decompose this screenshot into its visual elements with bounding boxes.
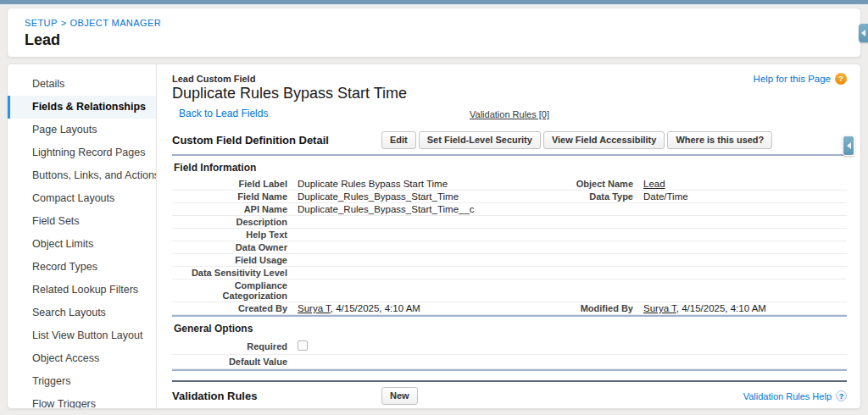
set-field-level-security-button[interactable]: Set Field-Level Security bbox=[419, 131, 541, 149]
field-row-created-modified-by: Created By Surya T, 4/15/2025, 4:10 AM M… bbox=[172, 302, 847, 315]
validation-rules-help-icon[interactable]: ? bbox=[836, 390, 847, 401]
sidebar-item-related-lookup-filters[interactable]: Related Lookup Filters bbox=[8, 279, 156, 302]
object-name-value: Lead bbox=[643, 179, 847, 189]
sidebar-item-compact-layouts[interactable]: Compact Layouts bbox=[8, 187, 156, 210]
object-name-link[interactable]: Lead bbox=[643, 179, 665, 189]
breadcrumb-setup-link[interactable]: SETUP bbox=[25, 18, 58, 28]
required-value bbox=[298, 340, 552, 352]
validation-rules-header: Validation Rules New Validation Rules He… bbox=[172, 382, 847, 408]
where-is-this-used-button[interactable]: Where is this used? bbox=[667, 131, 772, 149]
sidebar-item-search-layouts[interactable]: Search Layouts bbox=[8, 302, 156, 324]
field-row-description: Description bbox=[172, 216, 847, 229]
field-row-field-label: Field Label Duplicate Rules Bypass Start… bbox=[172, 178, 847, 191]
field-row-data-owner: Data Owner bbox=[172, 241, 847, 254]
sidebar-item-lightning-record-pages[interactable]: Lightning Record Pages bbox=[8, 141, 156, 164]
row-label: Field Usage bbox=[172, 255, 298, 265]
sidebar-item-object-limits[interactable]: Object Limits bbox=[8, 233, 156, 256]
sidebar-item-triggers[interactable]: Triggers bbox=[8, 370, 156, 393]
validation-rules-jump-link[interactable]: Validation Rules [0] bbox=[470, 109, 549, 119]
required-row: Required bbox=[172, 339, 847, 355]
new-validation-rule-button[interactable]: New bbox=[381, 387, 418, 405]
sidebar-item-page-layouts[interactable]: Page Layouts bbox=[8, 119, 156, 141]
field-row-field-name: Field Name Duplicate_Rules_Bypass_Start_… bbox=[172, 191, 847, 203]
field-title: Duplicate Rules Bypass Start Time bbox=[172, 85, 847, 102]
row-label: API Name bbox=[172, 204, 298, 214]
field-row-help-text: Help Text bbox=[172, 229, 847, 241]
general-options-table: Required Default Value bbox=[172, 339, 847, 371]
page-help-icon[interactable]: ? bbox=[835, 73, 847, 85]
sidebar-item-fields-relationships[interactable]: Fields & Relationships bbox=[8, 96, 156, 119]
links-row: Back to Lead Fields Validation Rules [0] bbox=[172, 105, 847, 119]
field-name-value: Duplicate_Rules_Bypass_Start_Time bbox=[298, 191, 552, 202]
detail-action-buttons: Edit Set Field-Level Security View Field… bbox=[381, 131, 772, 149]
validation-rules-title: Validation Rules bbox=[172, 390, 381, 402]
field-row-data-sensitivity-level: Data Sensitivity Level bbox=[172, 267, 847, 279]
validation-rules-help-link[interactable]: Validation Rules Help ? bbox=[743, 390, 847, 401]
breadcrumb-object-manager-link[interactable]: OBJECT MANAGER bbox=[70, 18, 161, 28]
edit-button[interactable]: Edit bbox=[381, 131, 416, 149]
row-label: Created By bbox=[172, 303, 298, 313]
content-panel-collapse-tab[interactable] bbox=[843, 136, 854, 156]
object-sidebar: Details Fields & Relationships Page Layo… bbox=[8, 64, 157, 408]
chevron-left-icon bbox=[861, 30, 865, 36]
created-by-value: Surya T, 4/15/2025, 4:10 AM bbox=[298, 303, 552, 313]
sidebar-item-flow-triggers[interactable]: Flow Triggers bbox=[8, 393, 156, 408]
modified-by-user-link[interactable]: Surya T bbox=[643, 303, 676, 313]
general-options-title: General Options bbox=[172, 317, 847, 339]
top-brand-strip bbox=[0, 0, 868, 4]
field-label-value: Duplicate Rules Bypass Start Time bbox=[298, 179, 552, 189]
breadcrumb-separator: > bbox=[61, 18, 67, 28]
row-label: Default Value bbox=[172, 357, 298, 367]
required-checkbox[interactable] bbox=[298, 340, 308, 351]
row-label: Object Name bbox=[552, 179, 643, 189]
row-label: Required bbox=[172, 341, 298, 351]
sidebar-item-record-types[interactable]: Record Types bbox=[8, 256, 156, 279]
view-field-accessibility-button[interactable]: View Field Accessibility bbox=[543, 131, 665, 149]
help-panel-collapse-tab[interactable] bbox=[859, 24, 868, 42]
sidebar-item-details[interactable]: Details bbox=[8, 73, 156, 96]
breadcrumb: SETUP>OBJECT MANAGER bbox=[25, 18, 843, 28]
row-label: Description bbox=[172, 217, 298, 227]
chevron-left-icon bbox=[847, 142, 851, 149]
setup-header-card: SETUP>OBJECT MANAGER Lead bbox=[7, 8, 861, 58]
sidebar-item-object-access[interactable]: Object Access bbox=[8, 347, 156, 370]
created-by-datetime: , 4/15/2025, 4:10 AM bbox=[331, 303, 420, 313]
created-by-user-link[interactable]: Surya T bbox=[298, 303, 331, 313]
row-label: Compliance Categorization bbox=[172, 280, 298, 301]
row-label: Data Sensitivity Level bbox=[172, 268, 298, 278]
custom-field-definition-header: Custom Field Definition Detail Edit Set … bbox=[172, 131, 847, 156]
sidebar-item-field-sets[interactable]: Field Sets bbox=[8, 210, 156, 233]
default-value-row: Default Value bbox=[172, 355, 847, 369]
row-label: Data Owner bbox=[172, 242, 298, 252]
object-manager-panel: Details Fields & Relationships Page Layo… bbox=[7, 64, 861, 409]
field-information-table: Field Label Duplicate Rules Bypass Start… bbox=[172, 178, 847, 317]
sidebar-item-list-view-button-layout[interactable]: List View Button Layout bbox=[8, 324, 156, 347]
detail-section-title: Custom Field Definition Detail bbox=[172, 134, 381, 147]
field-information-title: Field Information bbox=[172, 156, 847, 178]
field-row-field-usage: Field Usage bbox=[172, 254, 847, 267]
help-for-this-page-link[interactable]: Help for this Page ? bbox=[754, 73, 847, 85]
field-detail-content: Help for this Page ? Lead Custom Field D… bbox=[157, 64, 860, 408]
object-title: Lead bbox=[25, 31, 843, 49]
row-label: Field Name bbox=[172, 191, 298, 202]
row-label: Field Label bbox=[172, 179, 298, 189]
entity-type-label: Lead Custom Field bbox=[172, 74, 847, 84]
validation-rules-help-label: Validation Rules Help bbox=[743, 391, 832, 401]
modified-by-value: Surya T, 4/15/2025, 4:10 AM bbox=[643, 303, 847, 313]
sidebar-item-buttons-links-actions[interactable]: Buttons, Links, and Actions bbox=[8, 164, 156, 187]
api-name-value: Duplicate_Rules_Bypass_Start_Time__c bbox=[298, 204, 552, 214]
back-to-lead-fields-link[interactable]: Back to Lead Fields bbox=[179, 108, 268, 119]
row-label: Modified By bbox=[552, 303, 643, 313]
field-row-api-name: API Name Duplicate_Rules_Bypass_Start_Ti… bbox=[172, 203, 847, 216]
row-label: Data Type bbox=[552, 191, 643, 202]
data-type-value: Date/Time bbox=[643, 191, 847, 202]
modified-by-datetime: , 4/15/2025, 4:10 AM bbox=[676, 303, 766, 313]
help-link-label: Help for this Page bbox=[754, 74, 831, 84]
validation-rules-section: Validation Rules New Validation Rules He… bbox=[172, 380, 847, 408]
row-label: Help Text bbox=[172, 230, 298, 240]
field-row-compliance-categorization: Compliance Categorization bbox=[172, 279, 847, 302]
